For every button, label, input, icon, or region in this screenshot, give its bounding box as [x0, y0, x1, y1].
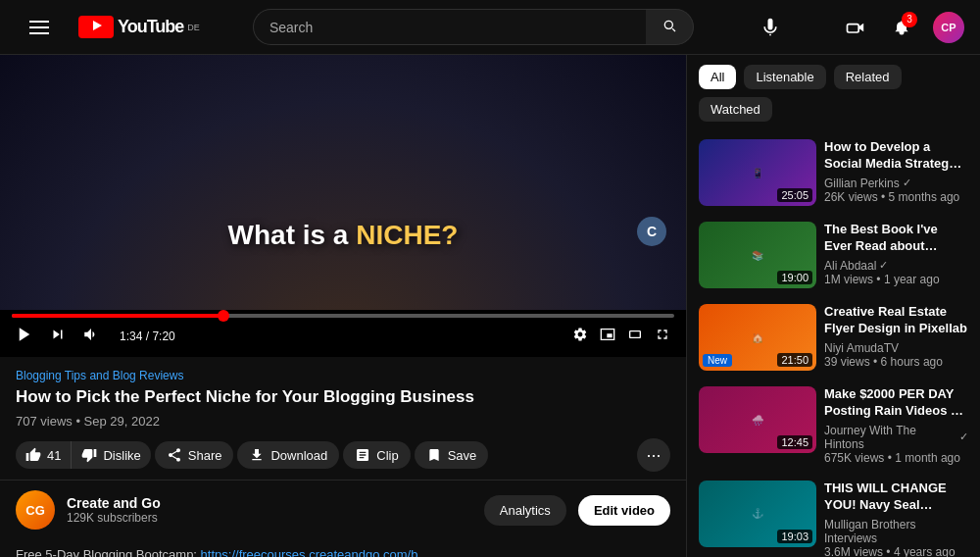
video-title-highlight: NICHE? — [356, 220, 458, 250]
filter-tab-related[interactable]: Related — [834, 65, 902, 89]
create-icon — [845, 18, 864, 37]
list-item[interactable]: 🌧️ 12:45 Make $2000 PER DAY Posting Rain… — [695, 379, 972, 473]
main-content: What is a NICHE? C — [0, 55, 980, 557]
rec-channel: Mulligan Brothers Interviews — [824, 518, 968, 545]
list-item[interactable]: 📱 25:05 How to Develop a Social Media St… — [695, 131, 972, 214]
hamburger-icon — [22, 13, 57, 42]
rec-info: How to Develop a Social Media Strategy: … — [824, 139, 968, 206]
search-input[interactable] — [253, 9, 646, 45]
header-right: 3 CP — [839, 12, 964, 43]
action-bar: 41 Dislike Share Download — [16, 438, 670, 472]
sidebar: All Listenable Related Watched 📱 25:05 H… — [686, 55, 980, 557]
rec-views: 39 views • 6 hours ago — [824, 355, 968, 369]
rec-duration: 19:00 — [777, 271, 812, 284]
video-info: Blogging Tips and Blog Reviews How to Pi… — [0, 357, 686, 480]
video-meta: 707 views • Sep 29, 2022 — [16, 414, 670, 429]
logo-locale: DE — [187, 23, 200, 32]
rec-info: THIS WILL CHANGE YOU! Navy Seal Admiral … — [824, 481, 968, 557]
mic-icon — [760, 18, 780, 37]
more-options-button[interactable]: ··· — [637, 438, 670, 472]
like-button[interactable]: 41 — [16, 441, 72, 469]
description-link[interactable]: https://freecourses.createandgo.com/b... — [201, 547, 429, 557]
thumbs-down-icon — [81, 447, 97, 463]
rec-views: 1M views • 1 year ago — [824, 273, 968, 286]
dislike-button[interactable]: Dislike — [72, 441, 150, 469]
mic-button[interactable] — [755, 12, 786, 43]
fullscreen-button[interactable] — [651, 325, 674, 348]
download-button[interactable]: Download — [237, 441, 339, 469]
notification-badge: 3 — [902, 12, 917, 27]
filter-tab-watched[interactable]: Watched — [699, 97, 772, 122]
miniplayer-button[interactable] — [596, 325, 619, 348]
clip-button[interactable]: Clip — [343, 441, 410, 469]
search-bar — [253, 9, 694, 45]
video-tag[interactable]: Blogging Tips and Blog Reviews — [16, 369, 670, 382]
header: YouTubeDE 3 CP — [0, 0, 980, 55]
list-item[interactable]: 🏠 21:50 New Creative Real Estate Flyer D… — [695, 296, 972, 379]
rec-info: The Best Book I've Ever Read about Makin… — [824, 222, 968, 288]
rec-thumbnail: 📱 25:05 — [699, 139, 816, 206]
rec-views: 26K views • 5 months ago — [824, 190, 968, 204]
video-background — [0, 55, 686, 310]
share-icon — [167, 447, 182, 463]
player-controls: 1:34 / 7:20 — [0, 310, 686, 357]
share-button[interactable]: Share — [155, 441, 234, 469]
thumbs-up-icon — [25, 447, 41, 463]
channel-c-badge: C — [637, 217, 666, 246]
rec-duration: 21:50 — [777, 353, 812, 367]
rec-title: How to Develop a Social Media Strategy: … — [824, 139, 968, 173]
filter-tab-listenable[interactable]: Listenable — [744, 65, 825, 89]
video-title-overlay: What is a NICHE? — [0, 220, 686, 251]
notifications-button[interactable]: 3 — [886, 12, 917, 43]
rec-thumbnail: ⚓ 19:03 — [699, 481, 816, 547]
rec-thumbnail: 🌧️ 12:45 — [699, 386, 816, 453]
skip-next-icon — [49, 326, 67, 343]
header-left: YouTubeDE — [16, 7, 200, 48]
download-icon — [249, 447, 265, 463]
channel-info: Create and Go 129K subscribers — [67, 495, 472, 525]
miniplayer-icon — [600, 327, 615, 342]
rec-duration: 12:45 — [777, 435, 812, 449]
next-button[interactable] — [45, 324, 71, 349]
edit-video-button[interactable]: Edit video — [578, 495, 670, 526]
rec-info: Creative Real Estate Flyer Design in Pix… — [824, 304, 968, 371]
rec-title: THIS WILL CHANGE YOU! Navy Seal Admiral … — [824, 481, 968, 514]
play-button[interactable] — [12, 324, 37, 349]
video-player: What is a NICHE? C — [0, 55, 686, 357]
rec-thumbnail: 📚 19:00 — [699, 222, 816, 288]
list-item[interactable]: 📚 19:00 The Best Book I've Ever Read abo… — [695, 214, 972, 296]
save-button[interactable]: Save — [415, 441, 489, 469]
search-button[interactable] — [646, 9, 694, 45]
avatar[interactable]: CP — [933, 12, 964, 43]
verified-icon: ✓ — [903, 177, 911, 189]
controls-row: 1:34 / 7:20 — [12, 324, 674, 349]
video-frame[interactable]: What is a NICHE? C — [0, 55, 686, 310]
youtube-logo-icon — [78, 16, 114, 38]
volume-button[interactable] — [78, 324, 104, 349]
channel-avatar: CG — [16, 490, 55, 530]
settings-button[interactable] — [568, 325, 592, 348]
filter-tabs: All Listenable Related Watched — [687, 55, 980, 131]
video-description: Free 5-Day Blogging Bootcamp: https://fr… — [0, 539, 686, 557]
filter-tab-all[interactable]: All — [699, 65, 736, 89]
rec-channel: Journey With The Hintons ✓ — [824, 424, 968, 451]
verified-icon: ✓ — [879, 259, 888, 272]
search-icon — [662, 18, 677, 33]
clip-icon — [355, 447, 370, 463]
rec-title: The Best Book I've Ever Read about Makin… — [824, 222, 968, 255]
channel-row: CG Create and Go 129K subscribers Analyt… — [0, 480, 686, 539]
hamburger-menu-button[interactable] — [16, 7, 63, 48]
progress-filled — [12, 314, 223, 318]
video-main-title: What is a NICHE? — [228, 220, 459, 250]
progress-bar[interactable] — [12, 314, 674, 318]
list-item[interactable]: ⚓ 19:03 THIS WILL CHANGE YOU! Navy Seal … — [695, 473, 972, 557]
create-button[interactable] — [839, 12, 870, 43]
logo-text: YouTube — [118, 17, 183, 37]
rec-info: Make $2000 PER DAY Posting Rain Videos o… — [824, 386, 968, 465]
youtube-logo[interactable]: YouTubeDE — [78, 16, 200, 38]
recommendations-list: 📱 25:05 How to Develop a Social Media St… — [687, 131, 980, 557]
analytics-button[interactable]: Analytics — [484, 495, 566, 526]
like-dislike-group: 41 Dislike — [16, 441, 151, 469]
theater-button[interactable] — [623, 325, 647, 348]
channel-name[interactable]: Create and Go — [67, 495, 472, 511]
